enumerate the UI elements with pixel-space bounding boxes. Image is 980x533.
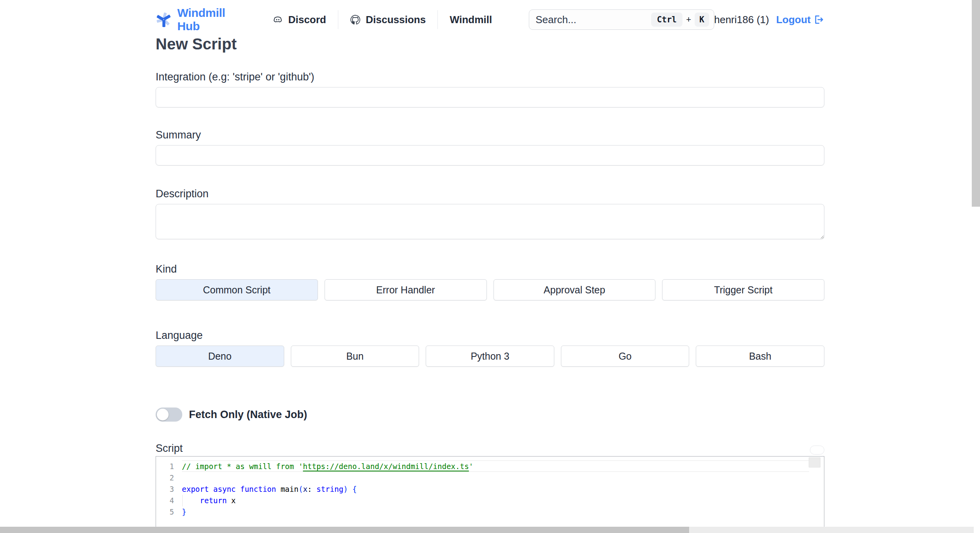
page-horizontal-scrollbar[interactable] <box>0 527 974 533</box>
line-number: 4 <box>156 495 174 506</box>
nav-separator <box>338 10 338 29</box>
github-icon <box>350 15 361 25</box>
search-placeholder: Search... <box>535 14 651 26</box>
brand-name: Windmill Hub <box>177 6 236 33</box>
page-title: New Script <box>156 35 824 53</box>
brand[interactable]: Windmill Hub <box>156 6 236 33</box>
main-nav: DiscordDiscussionsWindmill <box>270 10 494 29</box>
language-group: Language DenoBunPython 3GoBash <box>156 329 824 367</box>
kbd-ctrl: Ctrl <box>651 13 683 27</box>
page-vertical-scrollbar[interactable] <box>972 0 980 527</box>
code-line-2: 2 <box>156 472 824 484</box>
language-label: Language <box>156 329 824 342</box>
language-bash[interactable]: Bash <box>696 346 824 367</box>
code-token: } <box>182 508 186 516</box>
editor-scrollbar-thumb[interactable] <box>809 457 820 468</box>
page: Windmill Hub DiscordDiscussionsWindmill … <box>0 0 980 533</box>
line-number: 1 <box>156 461 174 472</box>
kbd-plus: + <box>686 15 691 25</box>
code-text: } <box>174 506 186 518</box>
kind-common-script[interactable]: Common Script <box>156 279 318 300</box>
code-token: return <box>200 496 227 505</box>
code-token <box>182 496 200 505</box>
line-number: 3 <box>156 484 174 495</box>
summary-label: Summary <box>156 129 824 141</box>
fetch-only-label: Fetch Only (Native Job) <box>189 409 307 421</box>
nav-label: Windmill <box>450 14 492 26</box>
code-line-4: 4 return x <box>156 495 824 506</box>
line-number: 2 <box>156 472 174 484</box>
nav-windmill[interactable]: Windmill <box>447 14 494 26</box>
summary-group: Summary <box>156 129 824 166</box>
windmill-logo-icon <box>156 9 172 30</box>
kbd-k: K <box>695 13 709 27</box>
code-token: : <box>307 485 316 493</box>
discord-icon <box>272 15 283 25</box>
code-token: ' <box>469 462 473 471</box>
nav-discussions[interactable]: Discussions <box>348 14 428 26</box>
code-editor[interactable]: 1// import * as wmill from 'https://deno… <box>156 456 824 533</box>
code-token: // import * as wmill from ' <box>182 462 303 471</box>
code-link[interactable]: https://deno.land/x/windmill/index.ts <box>303 462 469 471</box>
fetch-only-row: Fetch Only (Native Job) <box>156 407 824 422</box>
code-text: return x <box>174 495 236 506</box>
code-line-5: 5} <box>156 506 824 518</box>
code-text <box>174 472 182 484</box>
code-token: { <box>352 485 357 493</box>
code-line-3: 3export async function main(x: string) { <box>156 484 824 495</box>
code-text: // import * as wmill from 'https://deno.… <box>174 461 474 472</box>
description-group: Description <box>156 187 824 241</box>
code-line-1: 1// import * as wmill from 'https://deno… <box>156 461 824 472</box>
code-token: main <box>281 485 299 493</box>
description-textarea[interactable] <box>156 204 824 239</box>
nav-separator <box>437 10 438 29</box>
code-token: export async function <box>182 485 281 493</box>
code-token <box>348 485 352 493</box>
editor-toggle-pill[interactable] <box>810 446 824 455</box>
integration-label: Integration (e.g: 'stripe' or 'github') <box>156 71 824 83</box>
kind-trigger-script[interactable]: Trigger Script <box>662 279 824 300</box>
logout-icon <box>813 14 824 25</box>
nav-label: Discussions <box>366 14 426 26</box>
integration-group: Integration (e.g: 'stripe' or 'github') <box>156 71 824 107</box>
code-token: ) <box>343 485 348 493</box>
code-token: ( <box>298 485 303 493</box>
username: henri186 (1) <box>714 14 769 26</box>
code-token: x <box>227 496 236 505</box>
language-deno[interactable]: Deno <box>156 346 284 367</box>
script-label: Script <box>156 442 183 455</box>
logout-link[interactable]: Logout <box>776 14 824 26</box>
language-go[interactable]: Go <box>561 346 690 367</box>
kind-label: Kind <box>156 263 824 275</box>
line-number: 5 <box>156 506 174 518</box>
fetch-only-toggle[interactable] <box>156 407 182 422</box>
kind-approval-step[interactable]: Approval Step <box>494 279 656 300</box>
summary-input[interactable] <box>156 145 824 166</box>
language-bun[interactable]: Bun <box>291 346 419 367</box>
language-button-row: DenoBunPython 3GoBash <box>156 346 824 367</box>
kind-error-handler[interactable]: Error Handler <box>325 279 487 300</box>
code-text: export async function main(x: string) { <box>174 484 357 495</box>
header: Windmill Hub DiscordDiscussionsWindmill … <box>156 0 824 30</box>
logout-label: Logout <box>776 14 811 26</box>
language-python-3[interactable]: Python 3 <box>426 346 554 367</box>
kind-group: Kind Common ScriptError HandlerApproval … <box>156 263 824 300</box>
script-row: Script <box>156 442 824 455</box>
page-horizontal-scrollbar-thumb[interactable] <box>0 527 689 533</box>
description-label: Description <box>156 187 824 200</box>
code-token: string <box>316 485 343 493</box>
page-vertical-scrollbar-thumb[interactable] <box>972 0 980 207</box>
toggle-knob <box>157 409 169 420</box>
kind-button-row: Common ScriptError HandlerApproval StepT… <box>156 279 824 300</box>
user-area: henri186 (1) Logout <box>714 14 824 26</box>
integration-input[interactable] <box>156 87 824 107</box>
nav-discord[interactable]: Discord <box>270 14 328 26</box>
nav-label: Discord <box>288 14 326 26</box>
search-input[interactable]: Search... Ctrl + K <box>529 9 714 30</box>
code-token: x <box>303 485 307 493</box>
